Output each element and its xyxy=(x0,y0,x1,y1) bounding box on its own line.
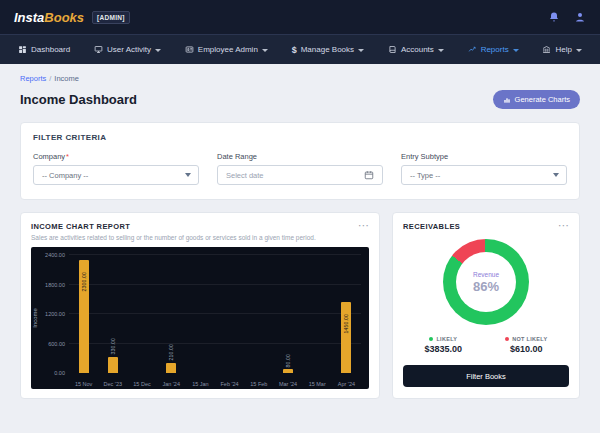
date-range-box xyxy=(217,165,383,185)
entry-subtype-select[interactable]: -- Type -- xyxy=(401,165,567,185)
income-bar xyxy=(283,369,293,373)
nav-item-manage-books[interactable]: $ Manage Books xyxy=(292,45,364,55)
required-marker: * xyxy=(66,152,69,161)
legend-label: LIKELY xyxy=(436,336,457,342)
nav-item-reports[interactable]: Reports xyxy=(468,45,519,54)
x-tick-label: Apr '24 xyxy=(338,381,355,387)
income-bar xyxy=(108,357,118,373)
app-logo[interactable]: InstaBooks [ADMIN] xyxy=(14,10,130,25)
x-axis-labels: 15 NovDec '2315 DecJan '2415 JanFeb '241… xyxy=(69,377,361,387)
page-content: Reports/Income Income Dashboard Generate… xyxy=(0,64,600,399)
breadcrumb: Reports/Income xyxy=(20,74,580,83)
legend-label: NOT LIKELY xyxy=(512,336,547,342)
x-tick-label: 15 Mar xyxy=(309,381,326,387)
nav-label: Reports xyxy=(481,45,509,54)
nav-label: Employee Admin xyxy=(198,45,258,54)
x-tick-label: Jan '24 xyxy=(162,381,180,387)
legend-dot xyxy=(429,337,433,341)
income-chart-card: INCOME CHART REPORT ⋯ Sales are activiti… xyxy=(20,212,380,399)
nav-label: Accounts xyxy=(401,45,434,54)
nav-item-accounts[interactable]: Accounts xyxy=(388,45,444,54)
bank-icon xyxy=(542,45,551,54)
cards-row: INCOME CHART REPORT ⋯ Sales are activiti… xyxy=(20,212,580,399)
company-select[interactable]: -- Company -- xyxy=(33,165,199,185)
y-axis-title: Income xyxy=(32,308,38,328)
legend-amount: $3835.00 xyxy=(425,344,463,354)
y-tick-label: 1200.00 xyxy=(45,311,65,317)
income-bar xyxy=(341,302,351,373)
chevron-down-icon xyxy=(185,173,191,177)
date-range-field: Date Range xyxy=(217,152,383,185)
nav-item-user-activity[interactable]: User Activity xyxy=(94,45,161,54)
x-tick-label: Dec '23 xyxy=(104,381,122,387)
income-card-title: INCOME CHART REPORT xyxy=(31,222,130,231)
breadcrumb-reports-link[interactable]: Reports xyxy=(20,74,46,83)
y-tick-label: 1800.00 xyxy=(45,282,65,288)
bar-value-label: 330.00 xyxy=(110,338,116,355)
y-tick-label: 600.00 xyxy=(48,341,65,347)
x-tick-label: 15 Nov xyxy=(75,381,92,387)
admin-badge: [ADMIN] xyxy=(92,11,130,24)
company-select-value: -- Company -- xyxy=(42,171,88,180)
y-axis-ticks: 0.00600.001200.001800.002400.00 xyxy=(39,255,65,373)
receivables-legend: LIKELY $3835.00 NOT LIKELY $610.00 xyxy=(403,336,569,354)
chevron-down-icon xyxy=(438,49,444,52)
chart-bars-icon xyxy=(503,96,511,104)
ellipsis-menu-icon[interactable]: ⋯ xyxy=(558,222,569,229)
breadcrumb-current: Income xyxy=(54,74,79,83)
x-tick-label: Feb '24 xyxy=(221,381,239,387)
breadcrumb-separator: / xyxy=(49,74,51,83)
generate-charts-button[interactable]: Generate Charts xyxy=(493,90,580,109)
id-card-icon xyxy=(185,45,194,54)
x-tick-label: 15 Jan xyxy=(192,381,209,387)
bar-value-label: 210.00 xyxy=(168,344,174,361)
nav-label: Help xyxy=(555,45,571,54)
income-card-header: INCOME CHART REPORT ⋯ xyxy=(31,222,369,231)
x-tick-label: 15 Feb xyxy=(250,381,267,387)
income-bar-chart: Income 0.00600.001200.001800.002400.00 2… xyxy=(31,247,369,389)
nav-label: Manage Books xyxy=(301,45,354,54)
nav-item-employee-admin[interactable]: Employee Admin xyxy=(185,45,268,54)
app-header: InstaBooks [ADMIN] xyxy=(0,0,600,34)
receivables-card-header: RECEIVABLES ⋯ xyxy=(403,222,569,231)
nav-item-dashboard[interactable]: Dashboard xyxy=(18,45,70,54)
chevron-down-icon xyxy=(576,49,582,52)
donut-center: Revenue 86% xyxy=(456,252,516,312)
ellipsis-menu-icon[interactable]: ⋯ xyxy=(358,222,369,229)
main-nav: Dashboard User Activity Employee Admin $… xyxy=(0,34,600,64)
legend-item-likely: LIKELY $3835.00 xyxy=(425,336,463,354)
y-tick-label: 2400.00 xyxy=(45,252,65,258)
x-tick-label: 15 Dec xyxy=(133,381,150,387)
legend-amount: $610.00 xyxy=(505,344,547,354)
company-field: Company* -- Company -- xyxy=(33,152,199,185)
date-range-input[interactable] xyxy=(226,171,364,180)
x-tick-label: Mar '24 xyxy=(279,381,297,387)
chevron-down-icon xyxy=(155,49,161,52)
bar-value-label: 1450.00 xyxy=(343,314,349,333)
nav-label: User Activity xyxy=(107,45,151,54)
entry-subtype-value: -- Type -- xyxy=(410,171,440,180)
nav-item-help[interactable]: Help xyxy=(542,45,581,54)
income-card-subtitle: Sales are activities related to selling … xyxy=(31,234,369,241)
chevron-down-icon xyxy=(553,173,559,177)
y-tick-label: 0.00 xyxy=(54,370,65,376)
bar-chart-plot: 2300.00330.00210.0080.001450.00 xyxy=(69,255,361,373)
nav-label: Dashboard xyxy=(31,45,70,54)
bar-value-label: 2300.00 xyxy=(81,272,87,291)
generate-charts-label: Generate Charts xyxy=(515,95,570,104)
chevron-down-icon xyxy=(358,49,364,52)
user-icon[interactable] xyxy=(574,11,586,23)
donut-center-label: Revenue xyxy=(473,271,499,278)
donut-center-value: 86% xyxy=(473,279,499,294)
header-actions xyxy=(548,11,586,23)
filter-criteria-card: FILTER CRITERIA Company* -- Company -- D… xyxy=(20,122,580,200)
receivables-card-title: RECEIVABLES xyxy=(403,222,460,231)
filter-books-button[interactable]: Filter Books xyxy=(403,365,569,387)
calendar-icon[interactable] xyxy=(364,170,374,180)
date-range-label: Date Range xyxy=(217,152,383,161)
chart-line-icon xyxy=(468,45,477,54)
bell-icon[interactable] xyxy=(548,11,560,23)
receivables-card: RECEIVABLES ⋯ Revenue 86% LIKELY $3835.0… xyxy=(392,212,580,399)
chevron-down-icon xyxy=(262,49,268,52)
income-bar xyxy=(166,363,176,373)
